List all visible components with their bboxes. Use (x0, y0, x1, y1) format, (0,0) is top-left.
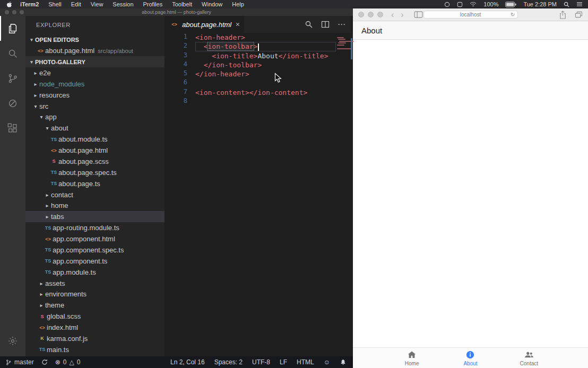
folder-section-header[interactable]: ▾ PHOTO-GALLERY (25, 56, 165, 67)
share-icon[interactable] (559, 11, 566, 19)
tab-about-page-html[interactable]: <> about.page.html × (165, 16, 244, 33)
menubar-clock[interactable]: Tue 2:28 PM (523, 1, 557, 7)
tree-item-index.html[interactable]: <>index.html (25, 322, 165, 333)
tab-home[interactable]: Home (383, 348, 441, 368)
tree-item-app.module.ts[interactable]: TSapp.module.ts (25, 267, 165, 278)
indentation-indicator[interactable]: Spaces: 2 (214, 358, 243, 366)
menu-view[interactable]: View (86, 1, 108, 7)
menu-help[interactable]: Help (227, 1, 249, 7)
tree-item-about.page.spec.ts[interactable]: TSabout.page.spec.ts (25, 167, 165, 178)
extensions-icon[interactable] (0, 116, 25, 141)
page-title: About (361, 26, 382, 35)
tree-item-node_modules[interactable]: ▸node_modules (25, 78, 165, 90)
code-editor[interactable]: 12345678 <ion-header> <ion-toolbar> <ion… (165, 33, 353, 356)
tab-overview-icon[interactable] (575, 11, 583, 18)
eol-indicator[interactable]: LF (280, 358, 287, 366)
code-line-8[interactable] (195, 97, 336, 106)
tree-item-about.page.html[interactable]: <>about.page.html (25, 145, 165, 156)
source-control-icon[interactable] (0, 66, 25, 91)
tree-item-about.page.ts[interactable]: TSabout.page.ts (25, 178, 165, 189)
tab-contact[interactable]: Contact (500, 348, 558, 368)
tree-item-main.ts[interactable]: TSmain.ts (25, 344, 165, 355)
tab-about[interactable]: About (441, 348, 499, 368)
menu-window[interactable]: Window (197, 1, 227, 7)
tree-item-app-routing.module.ts[interactable]: TSapp-routing.module.ts (25, 222, 165, 233)
close-window-button[interactable] (358, 12, 364, 17)
status-icon-1[interactable] (444, 2, 450, 7)
apple-menu-icon[interactable] (4, 1, 15, 8)
tree-item-environments[interactable]: ▸environments (25, 289, 165, 300)
tree-item-tabs[interactable]: ▸tabs (25, 211, 165, 222)
minimize-window-button[interactable] (12, 10, 16, 14)
notifications-bell-icon[interactable] (340, 359, 347, 366)
close-window-button[interactable] (5, 10, 9, 14)
tree-item-contact[interactable]: ▸contact (25, 189, 165, 200)
tree-item-app.component.html[interactable]: <>app.component.html (25, 233, 165, 244)
settings-gear-icon[interactable] (0, 328, 25, 353)
code-line-5[interactable]: </ion-header> (195, 69, 336, 78)
tree-item-theme[interactable]: ▸theme (25, 300, 165, 311)
problems-indicator[interactable]: ⊗ 0 △ 0 (55, 358, 81, 366)
tree-item-label: node_modules (39, 80, 84, 88)
menu-session[interactable]: Session (108, 1, 138, 7)
open-editor-item[interactable]: <> about.page.html src/app/about (25, 45, 165, 56)
zoom-window-button[interactable] (377, 12, 383, 17)
code-line-7[interactable]: <ion-content></ion-content> (195, 88, 336, 97)
menu-shell[interactable]: Shell (44, 1, 66, 7)
minimap[interactable] (336, 33, 353, 356)
tree-item-global.scss[interactable]: Sglobal.scss (25, 311, 165, 322)
tree-item-karma.conf.js[interactable]: Kkarma.conf.js (25, 333, 165, 344)
tree-item-app.component.ts[interactable]: TSapp.component.ts (25, 256, 165, 267)
tree-item-about.module.ts[interactable]: TSabout.module.ts (25, 134, 165, 145)
menu-profiles[interactable]: Profiles (139, 1, 168, 7)
more-actions-icon[interactable]: ⋯ (338, 20, 346, 29)
spotlight-icon[interactable] (564, 2, 569, 7)
sync-button[interactable] (41, 359, 48, 365)
menu-edit[interactable]: Edit (66, 1, 86, 7)
feedback-smiley-icon[interactable]: ☺ (324, 358, 330, 366)
split-editor-icon[interactable] (321, 20, 330, 29)
zoom-window-button[interactable] (20, 10, 24, 14)
debug-icon[interactable] (0, 91, 25, 116)
tree-item-home[interactable]: ▸home (25, 200, 165, 212)
tree-item-resources[interactable]: ▸resources (25, 90, 165, 101)
code-line-1[interactable]: <ion-header> (195, 33, 336, 42)
code-content[interactable]: <ion-header> <ion-toolbar> <ion-title>Ab… (195, 33, 336, 356)
tree-item-app.component.spec.ts[interactable]: TSapp.component.spec.ts (25, 244, 165, 256)
back-button[interactable]: ‹ (390, 11, 395, 19)
open-editors-header[interactable]: ▾ OPEN EDITORS (25, 34, 165, 45)
tree-item-src[interactable]: ▾src (25, 101, 165, 112)
code-line-4[interactable]: </ion-toolbar> (195, 60, 336, 69)
desktop: about.page.html — photo-gallery (0, 8, 588, 368)
forward-button[interactable]: › (400, 11, 404, 19)
git-branch-indicator[interactable]: master (5, 358, 34, 366)
address-bar[interactable]: localhost ↻ (423, 11, 518, 19)
notification-center-icon[interactable] (576, 2, 583, 7)
code-line-6[interactable] (195, 78, 336, 87)
tree-item-label: app.component.ts (53, 257, 107, 265)
sidebar-toggle-icon[interactable] (414, 11, 423, 18)
search-icon[interactable] (0, 41, 25, 66)
tree-item-app[interactable]: ▾app (25, 112, 165, 123)
status-icon-2[interactable] (457, 2, 463, 7)
tree-item-label: about.page.scss (58, 157, 109, 165)
menu-toolbelt[interactable]: Toolbelt (167, 1, 197, 7)
menu-iterm2[interactable]: iTerm2 (15, 1, 44, 7)
reload-icon[interactable]: ↻ (511, 11, 515, 19)
tree-item-about.page.scss[interactable]: Sabout.page.scss (25, 156, 165, 167)
tree-item-e2e[interactable]: ▸e2e (25, 67, 165, 78)
language-mode[interactable]: HTML (297, 358, 314, 366)
wifi-icon[interactable] (470, 2, 477, 7)
battery-icon[interactable] (505, 2, 516, 7)
encoding-indicator[interactable]: UTF-8 (252, 358, 270, 366)
close-tab-icon[interactable]: × (236, 21, 240, 28)
code-line-2[interactable]: <ion-toolbar> (195, 42, 336, 51)
cursor-position[interactable]: Ln 2, Col 16 (170, 358, 205, 366)
tree-item-about[interactable]: ▾about (25, 122, 165, 134)
code-line-3[interactable]: <ion-title>About</ion-title> (195, 51, 336, 60)
sidebar-title: EXPLORER (25, 16, 165, 34)
minimize-window-button[interactable] (368, 12, 374, 17)
explorer-icon[interactable] (0, 16, 25, 41)
find-in-file-icon[interactable] (305, 20, 313, 29)
tree-item-assets[interactable]: ▸assets (25, 278, 165, 289)
